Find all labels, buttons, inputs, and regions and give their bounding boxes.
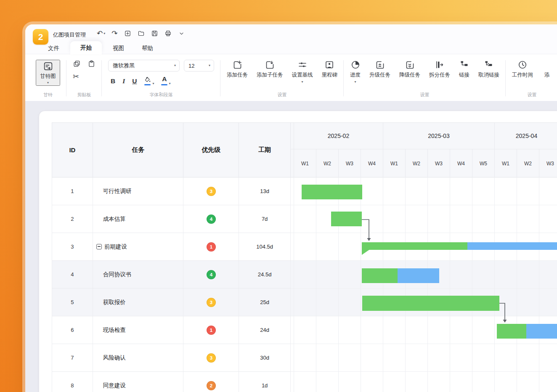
italic-icon: I <box>122 77 125 85</box>
ribbon-group-3: 添加任务添加子任务设置基线▾里程碑设置 <box>220 54 344 101</box>
upgrade-button[interactable]: 升级任务 <box>369 60 390 79</box>
ribbon-group-5: 工作时间添设置 <box>506 54 557 101</box>
font-color-button[interactable]: A <box>161 75 167 85</box>
connector-line <box>499 303 505 320</box>
dropdown-caret-icon: ▾ <box>47 81 49 85</box>
save-icon[interactable] <box>151 30 158 37</box>
task-id: 5 <box>52 289 93 316</box>
copy-button[interactable] <box>73 60 81 68</box>
month-2025-02: 2025-02 <box>294 123 383 149</box>
task-name: 成本估算 <box>103 215 126 223</box>
task-id: 2 <box>52 205 93 233</box>
table-row[interactable]: 4合同协议书424.5d <box>52 261 291 289</box>
dropdown-caret-icon: ▾ <box>103 32 105 35</box>
collapse-icon[interactable] <box>96 244 102 249</box>
new-document-icon[interactable] <box>124 30 131 37</box>
duration-cell: 30d <box>239 344 291 371</box>
甘特图-button[interactable]: 甘特图▾ <box>36 60 60 86</box>
dropdown-caret-icon: ▾ <box>169 82 170 85</box>
add-subtask-button[interactable]: 添加子任务 <box>257 60 283 79</box>
add-task-button[interactable]: 添加任务 <box>227 60 248 79</box>
bold-button[interactable]: B <box>111 77 115 85</box>
upgrade-icon <box>375 60 385 70</box>
week-2025-03-W4: W4 <box>450 149 472 177</box>
document-canvas: ID任务优先级工期 1可行性调研313d2成本估算47d3前期建设1104.5d… <box>25 101 557 392</box>
ribbon-group-label: 字体和段落 <box>102 92 220 98</box>
cut-button[interactable]: ✂ <box>73 73 79 80</box>
paste-button[interactable] <box>88 60 95 68</box>
button-label: 取消链接 <box>478 72 499 79</box>
tab-文件[interactable]: 文件 <box>41 42 66 54</box>
task-name: 风险确认 <box>103 354 126 362</box>
clock-icon <box>517 60 528 70</box>
table-row[interactable]: 5获取报价325d <box>52 289 291 316</box>
duration-cell: 24.5d <box>239 261 291 288</box>
button-label: 拆分任务 <box>429 72 450 79</box>
priority-cell: 3 <box>183 344 239 371</box>
link-button[interactable]: 链接 <box>459 60 469 79</box>
italic-button[interactable]: I <box>122 77 125 85</box>
table-row[interactable]: 1可行性调研313d <box>52 177 291 205</box>
redo-icon[interactable]: ↷ <box>111 30 117 37</box>
priority-cell: 4 <box>183 261 239 288</box>
priority-cell: 4 <box>183 205 239 233</box>
tab-帮助[interactable]: 帮助 <box>135 42 160 54</box>
priority-cell: 1 <box>183 233 239 260</box>
button-label: 进度 <box>350 72 361 79</box>
tab-开始[interactable]: 开始 <box>70 41 102 54</box>
table-row[interactable]: 6现场检查124d <box>52 316 291 344</box>
table-header: ID任务优先级工期 <box>52 122 291 177</box>
priority-cell: 3 <box>183 289 239 316</box>
button-label: 链接 <box>459 72 469 79</box>
milestone-button[interactable]: 里程碑 <box>322 60 338 79</box>
ribbon-group-label: 设置 <box>344 92 506 98</box>
downgrade-button[interactable]: 降级任务 <box>399 60 420 79</box>
underline-icon: U <box>132 77 137 85</box>
dropdown-caret-icon: ▾ <box>152 82 154 85</box>
task-name-cell: 风险确认 <box>93 344 184 371</box>
ribbon: 甘特图▾甘特✂剪贴板微软雅黑▾12▾BIU▾A▾字体和段落添加任务添加子任务设置… <box>25 54 557 101</box>
task-name-cell: 可行性调研 <box>93 177 184 205</box>
gantt-view: ID任务优先级工期 1可行性调研313d2成本估算47d3前期建设1104.5d… <box>52 122 557 392</box>
table-row[interactable]: 2成本估算47d <box>52 205 291 233</box>
task-table: ID任务优先级工期 1可行性调研313d2成本估算47d3前期建设1104.5d… <box>52 122 291 392</box>
clock-button[interactable]: 工作时间 <box>512 60 533 79</box>
dependency-connectors <box>291 177 557 392</box>
table-row[interactable]: 8同意建设21d <box>52 372 291 392</box>
priority-badge: 1 <box>207 326 216 335</box>
cut-icon: ✂ <box>73 73 79 80</box>
table-row[interactable]: 7风险确认330d <box>52 344 291 372</box>
month-2025-03: 2025-03 <box>383 123 494 149</box>
timeline-header: 2025-022025-032025-04 W1W2W3W4W1W2W3W4W5… <box>291 122 557 177</box>
progress-button[interactable]: 进度▾ <box>350 60 361 84</box>
task-id: 4 <box>52 261 93 288</box>
week-2025-03-W1: W1 <box>383 149 405 177</box>
print-icon[interactable] <box>164 30 172 37</box>
split-button[interactable]: 拆分任务 <box>429 60 450 79</box>
font-size-select[interactable]: 12▾ <box>184 60 214 72</box>
task-name-cell: 同意建设 <box>93 372 184 392</box>
table-row[interactable]: 3前期建设1104.5d <box>52 233 291 261</box>
fill-color-button[interactable] <box>144 76 151 85</box>
tab-视图[interactable]: 视图 <box>106 42 131 54</box>
ribbon-group-1: ✂剪贴板 <box>66 54 102 101</box>
milestone-icon <box>324 60 334 70</box>
dropdown-caret-icon: ▾ <box>205 64 210 67</box>
app-window: 2 亿图项目管理 ↶▾↷ 文件开始视图帮助 甘特图▾甘特✂剪贴板微软雅黑▾12▾… <box>25 24 557 392</box>
collapse-ribbon-icon[interactable] <box>178 30 185 37</box>
font-name-select[interactable]: 微软雅黑▾ <box>108 60 180 72</box>
baseline-button[interactable]: 设置基线▾ <box>292 60 313 84</box>
unlink-icon <box>484 60 494 70</box>
font-name-value: 微软雅黑 <box>113 62 135 69</box>
priority-cell: 3 <box>183 177 239 205</box>
app-title: 亿图项目管理 <box>53 31 86 39</box>
ribbon-group-4: 进度▾升级任务降级任务拆分任务链接取消链接设置 <box>344 54 506 101</box>
week-2025-02-W2: W2 <box>316 149 338 177</box>
open-folder-icon[interactable] <box>138 30 145 37</box>
undo-icon[interactable]: ↶▾ <box>97 30 105 37</box>
unlink-button[interactable]: 取消链接 <box>478 60 499 79</box>
clipped-partial-button[interactable]: 添 <box>542 60 552 79</box>
underline-button[interactable]: U <box>132 77 137 85</box>
duration-cell: 24d <box>239 316 291 344</box>
priority-badge: 3 <box>207 187 216 196</box>
